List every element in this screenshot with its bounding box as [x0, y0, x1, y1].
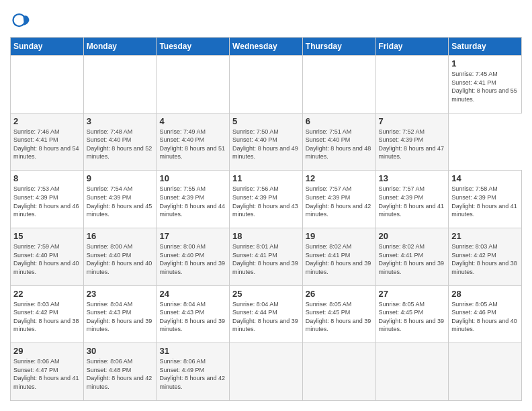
day-cell-24: 24Sunrise: 8:04 AMSunset: 4:43 PMDayligh… — [157, 285, 230, 343]
day-info: Sunrise: 7:56 AMSunset: 4:39 PMDaylight:… — [232, 185, 300, 218]
header — [10, 10, 522, 30]
day-cell-23: 23Sunrise: 8:04 AMSunset: 4:43 PMDayligh… — [83, 285, 157, 343]
day-cell-14: 14Sunrise: 7:58 AMSunset: 4:39 PMDayligh… — [449, 171, 522, 228]
day-cell-22: 22Sunrise: 8:03 AMSunset: 4:42 PMDayligh… — [11, 285, 84, 343]
day-cell-13: 13Sunrise: 7:57 AMSunset: 4:39 PMDayligh… — [375, 171, 449, 228]
day-cell-4: 4Sunrise: 7:49 AMSunset: 4:40 PMDaylight… — [157, 113, 230, 171]
logo-icon — [10, 10, 30, 30]
empty-cell — [375, 343, 449, 401]
day-cell-7: 7Sunrise: 7:52 AMSunset: 4:39 PMDaylight… — [375, 113, 449, 171]
day-info: Sunrise: 7:57 AMSunset: 4:39 PMDaylight:… — [379, 185, 446, 218]
day-number: 9 — [87, 173, 154, 183]
day-info: Sunrise: 8:06 AMSunset: 4:48 PMDaylight:… — [87, 357, 154, 391]
day-number: 25 — [232, 289, 300, 299]
day-number: 3 — [87, 116, 154, 126]
day-info: Sunrise: 8:03 AMSunset: 4:42 PMDaylight:… — [451, 242, 519, 276]
weekday-header-sunday: Sunday — [11, 38, 84, 56]
empty-cell — [302, 343, 375, 401]
day-info: Sunrise: 8:05 AMSunset: 4:45 PMDaylight:… — [306, 300, 373, 334]
day-cell-18: 18Sunrise: 8:01 AMSunset: 4:41 PMDayligh… — [230, 228, 303, 285]
day-info: Sunrise: 8:05 AMSunset: 4:46 PMDaylight:… — [451, 300, 519, 334]
day-number: 19 — [306, 231, 373, 241]
day-info: Sunrise: 8:00 AMSunset: 4:40 PMDaylight:… — [87, 242, 154, 276]
day-info: Sunrise: 7:45 AMSunset: 4:41 PMDaylight:… — [451, 70, 519, 103]
day-number: 24 — [159, 289, 226, 299]
calendar-week-2: 2Sunrise: 7:46 AMSunset: 4:41 PMDaylight… — [11, 113, 522, 171]
day-cell-12: 12Sunrise: 7:57 AMSunset: 4:39 PMDayligh… — [302, 171, 375, 228]
empty-cell — [449, 343, 522, 401]
day-info: Sunrise: 7:52 AMSunset: 4:39 PMDaylight:… — [379, 128, 446, 161]
day-cell-17: 17Sunrise: 8:00 AMSunset: 4:40 PMDayligh… — [157, 228, 230, 285]
weekday-header-saturday: Saturday — [449, 38, 522, 56]
empty-cell — [375, 56, 449, 113]
day-cell-16: 16Sunrise: 8:00 AMSunset: 4:40 PMDayligh… — [83, 228, 157, 285]
day-number: 12 — [306, 173, 373, 183]
day-info: Sunrise: 7:55 AMSunset: 4:39 PMDaylight:… — [159, 185, 226, 218]
day-cell-27: 27Sunrise: 8:05 AMSunset: 4:45 PMDayligh… — [375, 285, 449, 343]
day-number: 28 — [451, 289, 519, 299]
empty-cell — [230, 343, 303, 401]
calendar-week-5: 22Sunrise: 8:03 AMSunset: 4:42 PMDayligh… — [11, 285, 522, 343]
day-number: 22 — [13, 289, 81, 299]
day-number: 14 — [451, 173, 519, 183]
day-cell-29: 29Sunrise: 8:06 AMSunset: 4:47 PMDayligh… — [11, 343, 84, 401]
calendar-table: SundayMondayTuesdayWednesdayThursdayFrid… — [10, 37, 522, 401]
day-cell-3: 3Sunrise: 7:48 AMSunset: 4:40 PMDaylight… — [83, 113, 157, 171]
day-info: Sunrise: 7:58 AMSunset: 4:39 PMDaylight:… — [451, 185, 519, 218]
calendar-week-6: 29Sunrise: 8:06 AMSunset: 4:47 PMDayligh… — [11, 343, 522, 401]
day-number: 15 — [13, 231, 81, 241]
day-cell-21: 21Sunrise: 8:03 AMSunset: 4:42 PMDayligh… — [449, 228, 522, 285]
day-number: 1 — [451, 58, 519, 68]
day-info: Sunrise: 8:00 AMSunset: 4:40 PMDaylight:… — [159, 242, 226, 276]
day-cell-30: 30Sunrise: 8:06 AMSunset: 4:48 PMDayligh… — [83, 343, 157, 401]
day-cell-25: 25Sunrise: 8:04 AMSunset: 4:44 PMDayligh… — [230, 285, 303, 343]
calendar-week-1: 1Sunrise: 7:45 AMSunset: 4:41 PMDaylight… — [11, 56, 522, 113]
day-number: 31 — [159, 346, 226, 356]
day-info: Sunrise: 7:59 AMSunset: 4:40 PMDaylight:… — [13, 242, 81, 276]
day-info: Sunrise: 8:04 AMSunset: 4:44 PMDaylight:… — [232, 300, 300, 334]
day-number: 7 — [379, 116, 446, 126]
weekday-header-monday: Monday — [83, 38, 157, 56]
svg-point-0 — [13, 14, 26, 26]
day-number: 29 — [13, 346, 81, 356]
weekday-header-wednesday: Wednesday — [230, 38, 303, 56]
day-cell-15: 15Sunrise: 7:59 AMSunset: 4:40 PMDayligh… — [11, 228, 84, 285]
day-number: 26 — [306, 289, 373, 299]
day-cell-5: 5Sunrise: 7:50 AMSunset: 4:40 PMDaylight… — [230, 113, 303, 171]
day-info: Sunrise: 8:04 AMSunset: 4:43 PMDaylight:… — [159, 300, 226, 334]
day-info: Sunrise: 8:01 AMSunset: 4:41 PMDaylight:… — [232, 242, 300, 276]
day-cell-8: 8Sunrise: 7:53 AMSunset: 4:39 PMDaylight… — [11, 171, 84, 228]
day-info: Sunrise: 8:03 AMSunset: 4:42 PMDaylight:… — [13, 300, 81, 334]
day-number: 10 — [159, 173, 226, 183]
day-cell-6: 6Sunrise: 7:51 AMSunset: 4:40 PMDaylight… — [302, 113, 375, 171]
day-info: Sunrise: 8:06 AMSunset: 4:47 PMDaylight:… — [13, 357, 81, 391]
day-info: Sunrise: 7:51 AMSunset: 4:40 PMDaylight:… — [306, 128, 373, 161]
day-cell-1: 1Sunrise: 7:45 AMSunset: 4:41 PMDaylight… — [449, 56, 522, 113]
day-cell-31: 31Sunrise: 8:06 AMSunset: 4:49 PMDayligh… — [157, 343, 230, 401]
day-number: 20 — [379, 231, 446, 241]
day-info: Sunrise: 7:53 AMSunset: 4:39 PMDaylight:… — [13, 185, 81, 218]
day-info: Sunrise: 8:05 AMSunset: 4:45 PMDaylight:… — [379, 300, 446, 334]
day-info: Sunrise: 8:04 AMSunset: 4:43 PMDaylight:… — [87, 300, 154, 334]
day-number: 8 — [13, 173, 81, 183]
day-cell-2: 2Sunrise: 7:46 AMSunset: 4:41 PMDaylight… — [11, 113, 84, 171]
day-info: Sunrise: 7:50 AMSunset: 4:40 PMDaylight:… — [232, 128, 300, 161]
day-number: 13 — [379, 173, 446, 183]
empty-cell — [157, 56, 230, 113]
empty-cell — [230, 56, 303, 113]
empty-cell — [11, 56, 84, 113]
day-cell-11: 11Sunrise: 7:56 AMSunset: 4:39 PMDayligh… — [230, 171, 303, 228]
day-number: 16 — [87, 231, 154, 241]
calendar-week-4: 15Sunrise: 7:59 AMSunset: 4:40 PMDayligh… — [11, 228, 522, 285]
day-number: 4 — [159, 116, 226, 126]
day-number: 18 — [232, 231, 300, 241]
day-number: 30 — [87, 346, 154, 356]
day-cell-9: 9Sunrise: 7:54 AMSunset: 4:39 PMDaylight… — [83, 171, 157, 228]
day-cell-19: 19Sunrise: 8:02 AMSunset: 4:41 PMDayligh… — [302, 228, 375, 285]
weekday-header-friday: Friday — [375, 38, 449, 56]
page: SundayMondayTuesdayWednesdayThursdayFrid… — [0, 0, 532, 411]
calendar-week-3: 8Sunrise: 7:53 AMSunset: 4:39 PMDaylight… — [11, 171, 522, 228]
day-number: 11 — [232, 173, 300, 183]
day-number: 5 — [232, 116, 300, 126]
day-info: Sunrise: 7:54 AMSunset: 4:39 PMDaylight:… — [87, 185, 154, 218]
